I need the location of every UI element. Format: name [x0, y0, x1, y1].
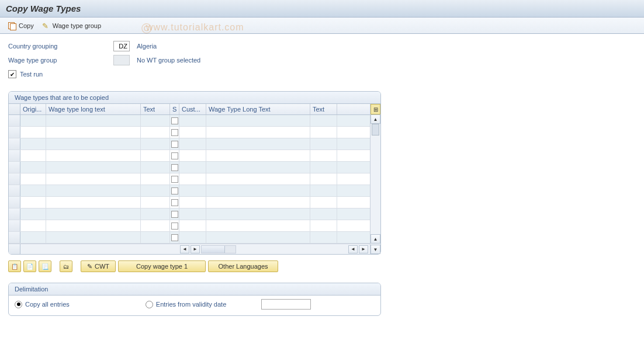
- table-cell[interactable]: [9, 220, 20, 231]
- col-text-1[interactable]: Text: [141, 104, 170, 114]
- table-cell[interactable]: [141, 162, 170, 173]
- cwt-button[interactable]: ✎ CWT: [81, 260, 116, 272]
- col-text-2[interactable]: Text: [310, 104, 337, 114]
- hscroll-right-arrow-left[interactable]: ◄: [348, 245, 358, 253]
- table-cell[interactable]: [206, 185, 310, 196]
- table-row[interactable]: [9, 232, 370, 244]
- table-cell[interactable]: [170, 232, 179, 243]
- vscroll-up-arrow[interactable]: ▲: [371, 114, 380, 124]
- table-cell[interactable]: [206, 197, 310, 208]
- table-cell[interactable]: [20, 138, 46, 150]
- table-cell[interactable]: [9, 173, 20, 185]
- table-cell[interactable]: [9, 232, 20, 243]
- table-row[interactable]: [9, 162, 370, 173]
- table-cell[interactable]: [170, 115, 179, 126]
- table-row[interactable]: [9, 150, 370, 162]
- table-cell[interactable]: [46, 162, 141, 173]
- vscroll-down-arrow[interactable]: ▼: [371, 245, 380, 254]
- col-origi[interactable]: Origi...: [20, 104, 46, 114]
- hscroll-left-arrow-right[interactable]: ►: [191, 245, 200, 253]
- hscroll-right-arrow-right[interactable]: ►: [359, 245, 368, 253]
- table-cell[interactable]: [20, 162, 46, 173]
- table-row[interactable]: [9, 220, 370, 232]
- table-cell[interactable]: [310, 127, 337, 138]
- table-row[interactable]: [9, 173, 370, 185]
- table-cell[interactable]: [170, 150, 179, 161]
- table-cell[interactable]: [170, 138, 179, 150]
- table-cell[interactable]: [206, 232, 310, 243]
- table-cell[interactable]: [310, 232, 337, 243]
- hscroll-left-track[interactable]: [201, 245, 236, 253]
- table-cell[interactable]: [46, 208, 141, 220]
- row-checkbox[interactable]: [171, 211, 178, 218]
- table-config-icon[interactable]: ⊞: [371, 104, 380, 114]
- table-cell[interactable]: [9, 208, 20, 220]
- other-languages-button[interactable]: Other Languages: [208, 260, 278, 272]
- table-cell[interactable]: [9, 127, 20, 138]
- table-cell[interactable]: [310, 173, 337, 185]
- hscroll-left-arrow-left[interactable]: ◄: [180, 245, 189, 253]
- row-checkbox[interactable]: [171, 234, 178, 241]
- table-cell[interactable]: [310, 115, 337, 126]
- table-cell[interactable]: [310, 162, 337, 173]
- table-cell[interactable]: [20, 185, 46, 196]
- table-cell[interactable]: [179, 115, 206, 126]
- row-checkbox[interactable]: [171, 117, 178, 124]
- table-cell[interactable]: [141, 185, 170, 196]
- copy-button[interactable]: Copy: [6, 21, 36, 30]
- table-cell[interactable]: [310, 220, 337, 231]
- icon-btn-4[interactable]: 🗂: [60, 260, 72, 272]
- table-cell[interactable]: [141, 127, 170, 138]
- table-cell[interactable]: [20, 127, 46, 138]
- table-cell[interactable]: [141, 208, 170, 220]
- table-cell[interactable]: [179, 127, 206, 138]
- table-cell[interactable]: [141, 138, 170, 150]
- table-cell[interactable]: [9, 138, 20, 150]
- vscroll-thumb[interactable]: [372, 124, 379, 135]
- table-cell[interactable]: [206, 220, 310, 231]
- col-s[interactable]: S: [170, 104, 179, 114]
- vscroll[interactable]: ⊞ ▲ ▲ ▼: [370, 104, 380, 254]
- table-cell[interactable]: [20, 173, 46, 185]
- table-cell[interactable]: [20, 220, 46, 231]
- table-cell[interactable]: [310, 185, 337, 196]
- col-wt-long-text-1[interactable]: Wage type long text: [46, 104, 141, 114]
- table-cell[interactable]: [46, 127, 141, 138]
- table-cell[interactable]: [20, 197, 46, 208]
- table-cell[interactable]: [206, 208, 310, 220]
- table-cell[interactable]: [9, 197, 20, 208]
- table-cell[interactable]: [179, 197, 206, 208]
- table-cell[interactable]: [179, 208, 206, 220]
- row-checkbox[interactable]: [171, 176, 178, 183]
- vscroll-up-arrow-2[interactable]: ▲: [371, 234, 380, 244]
- table-cell[interactable]: [310, 138, 337, 150]
- table-cell[interactable]: [9, 185, 20, 196]
- test-run-checkbox[interactable]: [8, 70, 16, 78]
- table-cell[interactable]: [141, 115, 170, 126]
- table-row[interactable]: [9, 115, 370, 127]
- wage-type-group-button[interactable]: Wage type group: [40, 20, 103, 31]
- table-row[interactable]: [9, 185, 370, 197]
- table-cell[interactable]: [46, 138, 141, 150]
- table-cell[interactable]: [310, 197, 337, 208]
- table-cell[interactable]: [46, 220, 141, 231]
- table-cell[interactable]: [179, 150, 206, 161]
- table-cell[interactable]: [179, 232, 206, 243]
- table-cell[interactable]: [170, 208, 179, 220]
- table-cell[interactable]: [9, 162, 20, 173]
- table-cell[interactable]: [20, 232, 46, 243]
- table-cell[interactable]: [310, 208, 337, 220]
- row-checkbox[interactable]: [171, 187, 178, 194]
- table-cell[interactable]: [170, 173, 179, 185]
- wage-type-group-input[interactable]: [113, 55, 130, 65]
- table-cell[interactable]: [141, 197, 170, 208]
- table-row[interactable]: [9, 197, 370, 208]
- table-cell[interactable]: [20, 208, 46, 220]
- col-wt-long-text-2[interactable]: Wage Type Long Text: [206, 104, 310, 114]
- table-cell[interactable]: [179, 173, 206, 185]
- table-cell[interactable]: [46, 185, 141, 196]
- row-checkbox[interactable]: [171, 152, 178, 159]
- country-grouping-input[interactable]: [113, 41, 130, 51]
- row-checkbox[interactable]: [171, 141, 178, 148]
- table-cell[interactable]: [206, 162, 310, 173]
